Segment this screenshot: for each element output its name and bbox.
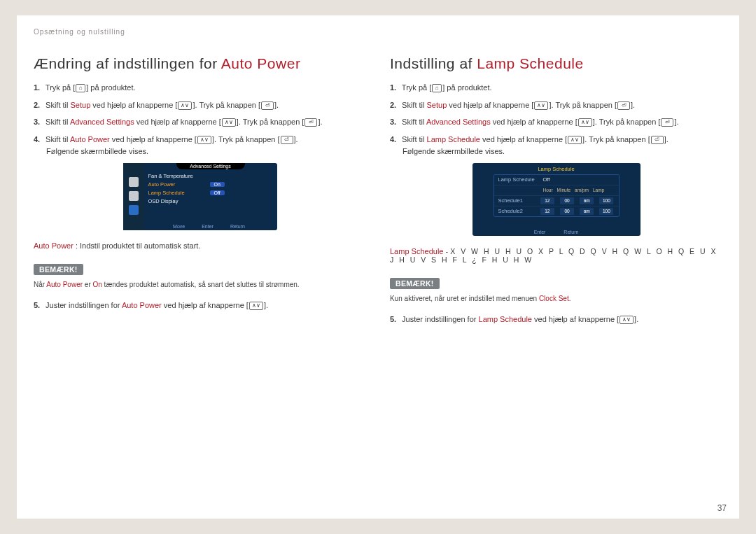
osd-row-label: Schedule2 [498, 208, 536, 214]
highlight: Auto Power [122, 301, 162, 309]
step-sub: Følgende skærmbillede vises. [46, 146, 366, 157]
step-text: ved hjælp af knapperne [ [491, 118, 578, 126]
enter-icon: ⏎ [281, 136, 293, 144]
osd-panel: Lamp Schedule Off Hour Minute am/pm Lamp… [493, 174, 620, 217]
step-text: Skift til [46, 118, 70, 126]
two-column-layout: Ændring af indstillingen for Auto Power … [34, 55, 722, 330]
updown-icon: ∧∨ [178, 101, 192, 110]
step-text: ] på produktet. [86, 83, 135, 92]
step-4: 4. Skift til Auto Power ved hjælp af kna… [34, 134, 366, 157]
step-number: 4. [390, 134, 400, 146]
osd-row-value: On [210, 182, 225, 187]
step-number: 4. [34, 134, 43, 146]
note-a: Når [34, 281, 46, 288]
updown-icon: ∧∨ [578, 118, 592, 127]
step-text: ]. [634, 315, 638, 323]
osd-cell: am [580, 208, 594, 215]
osd-row-value: Off [210, 190, 225, 195]
osd-row-label: Auto Power [148, 181, 207, 188]
osd-sidebar [123, 163, 144, 230]
osd-row-label: OSD Display [148, 198, 207, 204]
step-text: ved hjælp af knapperne [ [480, 135, 567, 143]
step-number: 1. [390, 82, 400, 94]
step-text: ved hjælp af knapperne [ [110, 135, 197, 143]
step-text: ]. Tryk på knappen [ [549, 101, 617, 109]
right-column: Indstilling af Lamp Schedule 1. Tryk på … [390, 55, 722, 330]
step-text: ved hjælp af knapperne [ [532, 315, 619, 323]
osd-col-head: Minute [557, 188, 571, 192]
step-text: ]. [631, 101, 635, 109]
osd-row-label: Schedule1 [498, 197, 536, 204]
title-accent: Lamp Schedule [477, 55, 583, 71]
step-1: 1. Tryk på [⌂] på produktet. [390, 82, 722, 94]
step-text: Juster indstillingen for [402, 315, 478, 323]
step-text: Tryk på [ [402, 83, 431, 92]
osd-cell: am [580, 197, 594, 204]
step-5: 5. Juster indstillingen for Lamp Schedul… [390, 314, 722, 326]
step-text: Juster indstillingen for [46, 301, 122, 309]
note-a: Kun aktiveret, når uret er indstillet me… [390, 295, 539, 302]
step-text: Skift til [46, 135, 70, 143]
note-b: er [83, 281, 92, 288]
highlight: Setup [427, 101, 447, 109]
osd-header: Lamp Schedule [472, 166, 640, 172]
osd-preview-lamp-schedule: Lamp Schedule Lamp Schedule Off Hour Min… [472, 163, 640, 236]
osd-header: Advanced Settings [176, 163, 245, 169]
step-2: 2. Skift til Setup ved hjælp af knappern… [34, 99, 366, 112]
osd-foot-item: Return [564, 230, 578, 234]
osd-side-icon [129, 177, 139, 187]
step-text: ]. [318, 118, 322, 126]
title-accent: Auto Power [221, 55, 301, 71]
osd-footer: Move Enter Return [144, 224, 274, 229]
step-text: ]. [674, 118, 678, 126]
page-number: 37 [718, 503, 727, 513]
osd-side-icon [129, 191, 139, 201]
sep: - [443, 247, 450, 255]
step-number: 2. [390, 99, 400, 112]
enter-icon: ⏎ [617, 101, 630, 110]
step-5: 5. Juster indstillingen for Auto Power v… [34, 300, 366, 312]
highlight: Auto Power [46, 281, 83, 288]
title-plain: Ændring af indstillingen for [34, 55, 221, 71]
enter-icon: ⏎ [304, 118, 317, 127]
enter-icon: ⏎ [261, 101, 274, 110]
step-text: ]. [264, 301, 268, 309]
step-number: 3. [34, 116, 43, 129]
note-c: tændes produktet automatisk, så snart de… [102, 281, 300, 288]
highlight: Lamp Schedule [427, 135, 480, 143]
highlight: Setup [71, 101, 91, 109]
osd-preview-advanced-settings: Advanced Settings Fan & Temperature Auto… [123, 163, 277, 230]
updown-icon: ∧∨ [620, 316, 634, 324]
step-text: ]. Tryk på knappen [ [192, 101, 260, 109]
updown-icon: ∧∨ [568, 136, 582, 144]
step-number: 5. [34, 300, 43, 312]
enter-icon: ⏎ [651, 136, 664, 144]
step-text: ]. [294, 135, 298, 143]
enter-icon: ⏎ [661, 118, 673, 127]
step-number: 2. [34, 99, 43, 112]
highlight: Advanced Settings [70, 118, 134, 126]
note-badge: BEMÆRK! [34, 264, 83, 275]
step-text: ved hjælp af knapperne [ [162, 301, 248, 309]
step-text: Tryk på [ [46, 83, 75, 92]
highlight: On [93, 281, 102, 288]
updown-icon: ∧∨ [249, 302, 263, 310]
title-plain: Indstilling af [390, 55, 477, 71]
step-4: 4. Skift til Lamp Schedule ved hjælp af … [390, 134, 722, 157]
desc-text: Indstil produktet til automatisk start. [80, 241, 200, 250]
osd-row-label: Lamp Schedule [148, 190, 207, 196]
osd-main: Advanced Settings Fan & Temperature Auto… [144, 163, 277, 230]
osd-col-head: am/pm [575, 188, 589, 192]
step-1: 1. Tryk på [⌂] på produktet. [34, 82, 366, 94]
updown-icon: ∧∨ [534, 101, 548, 110]
updown-icon: ∧∨ [197, 136, 211, 144]
step-sub: Følgende skærmbillede vises. [402, 146, 722, 157]
step-text: ]. Tryk på knappen [ [593, 118, 661, 126]
osd-cell: 100 [599, 197, 613, 204]
step-number: 1. [34, 82, 43, 94]
feature-description: Lamp Schedule - X V W H U H U O X P L Q … [390, 247, 722, 264]
highlight: Auto Power [70, 135, 110, 143]
osd-cell: 100 [599, 208, 613, 215]
step-text: ]. Tryk på knappen [ [582, 135, 650, 143]
step-3: 3. Skift til Advanced Settings ved hjælp… [390, 116, 722, 129]
